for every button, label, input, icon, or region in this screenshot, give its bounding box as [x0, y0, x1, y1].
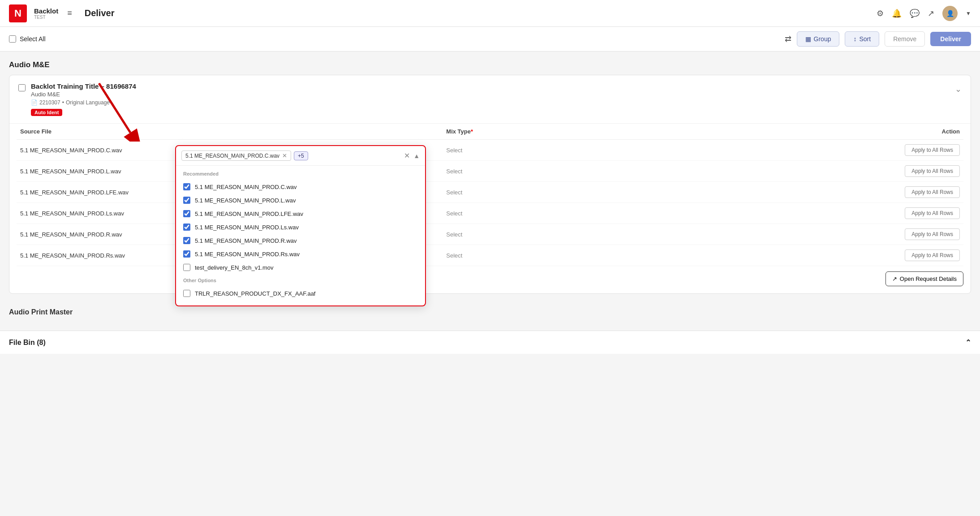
dropdown-selected-tag: 5.1 ME_REASON_MAIN_PROD.C.wav ✕ [181, 150, 291, 161]
file-bin-bar[interactable]: File Bin (8) ⌃ [0, 331, 980, 354]
dropdown-recommended-item[interactable]: 5.1 ME_REASON_MAIN_PROD.L.wav [183, 194, 418, 207]
brand-info: Backlot TEST [34, 7, 58, 20]
action-cell: Apply to All Rows [632, 245, 963, 266]
dropdown-extra-count[interactable]: +5 [294, 151, 308, 160]
dropdown-item-checkbox[interactable] [183, 290, 190, 297]
header-icons: ⚙ 🔔 💬 ↗ 👤 ▼ [877, 6, 971, 21]
file-dropdown: 5.1 ME_REASON_MAIN_PROD.C.wav ✕ +5 ✕ ▲ R… [175, 145, 426, 306]
dropdown-other-item[interactable]: TRLR_REASON_PRODUCT_DX_FX_AAF.aaf [183, 287, 418, 300]
app-header: N Backlot TEST ≡ Deliver ⚙ 🔔 💬 ↗ 👤 ▼ [0, 0, 980, 27]
dropdown-other-label: Other Options [183, 278, 418, 283]
sort-icon: ↕ [853, 35, 856, 43]
external-link-icon[interactable]: ↗ [928, 9, 934, 18]
dropdown-item-label: 5.1 ME_REASON_MAIN_PROD.C.wav [195, 184, 297, 190]
file-bin-collapse-icon[interactable]: ⌃ [965, 338, 971, 347]
select-all-checkbox[interactable] [9, 35, 16, 43]
logo-letter: N [14, 8, 21, 19]
chat-icon[interactable]: 💬 [910, 9, 920, 18]
dropdown-recommended-item[interactable]: 5.1 ME_REASON_MAIN_PROD.R.wav [183, 234, 418, 247]
main-content: Audio M&E Backlot Training Title – 81696… [0, 52, 980, 327]
table-row: 5.1 ME_REASON_MAIN_PROD.Rs.wav Select Ap… [17, 245, 963, 266]
mix-type-cell[interactable]: Select [443, 140, 632, 161]
chevron-down-icon[interactable]: ▼ [966, 10, 971, 17]
table-row: 5.1 ME_REASON_MAIN_PROD.Ls.wav Select Ap… [17, 203, 963, 224]
open-request-container: ↗ Open Request Details [17, 271, 963, 286]
dropdown-item-checkbox[interactable] [183, 183, 190, 190]
select-all-label: Select All [20, 35, 46, 43]
table-container: Source File Mix Type* Action 5.1 ME_REAS… [9, 124, 971, 293]
apply-all-rows-button[interactable]: Apply to All Rows [905, 165, 960, 177]
card-subtitle: Audio M&E [31, 91, 962, 98]
hamburger-icon[interactable]: ≡ [65, 7, 74, 20]
open-request-button[interactable]: ↗ Open Request Details [885, 271, 963, 286]
card-body: Source File Mix Type* Action 5.1 ME_REAS… [9, 124, 971, 293]
audio-me-card: Backlot Training Title – 81696874 Audio … [9, 75, 971, 294]
card-meta-id: 2210307 [39, 99, 60, 106]
dropdown-recommended-list: 5.1 ME_REASON_MAIN_PROD.C.wav 5.1 ME_REA… [183, 180, 418, 274]
card-meta-sep: • [62, 99, 64, 106]
dropdown-item-checkbox[interactable] [183, 264, 190, 271]
action-cell: Apply to All Rows [632, 203, 963, 224]
dropdown-tag-remove[interactable]: ✕ [282, 152, 287, 159]
action-cell: Apply to All Rows [632, 161, 963, 182]
mix-type-cell[interactable]: Select [443, 161, 632, 182]
deliver-button[interactable]: Deliver [930, 32, 971, 46]
dropdown-recommended-item[interactable]: 5.1 ME_REASON_MAIN_PROD.Ls.wav [183, 220, 418, 234]
dropdown-item-checkbox[interactable] [183, 210, 190, 217]
group-button[interactable]: ▦ Group [797, 31, 840, 47]
dropdown-recommended-item[interactable]: test_delivery_EN_8ch_v1.mov [183, 261, 418, 274]
mix-type-cell[interactable]: Select [443, 203, 632, 224]
apply-all-rows-button[interactable]: Apply to All Rows [905, 228, 960, 240]
dropdown-item-checkbox[interactable] [183, 250, 190, 258]
mix-type-cell[interactable]: Select [443, 182, 632, 203]
mix-type-cell[interactable]: Select [443, 245, 632, 266]
dropdown-recommended-item[interactable]: 5.1 ME_REASON_MAIN_PROD.Rs.wav [183, 247, 418, 261]
card-title: Backlot Training Title – 81696874 [31, 82, 962, 90]
external-icon: ↗ [892, 275, 897, 282]
toolbar: Select All ⇄ ▦ Group ↕ Sort Remove Deliv… [0, 27, 980, 52]
dropdown-item-checkbox[interactable] [183, 237, 190, 244]
dropdown-item-label: 5.1 ME_REASON_MAIN_PROD.Ls.wav [195, 224, 299, 231]
netflix-logo: N [9, 4, 27, 22]
action-cell: Apply to All Rows [632, 182, 963, 203]
notifications-icon[interactable]: 🔔 [892, 9, 902, 18]
col-header-source: Source File [17, 124, 443, 140]
dropdown-item-checkbox[interactable] [183, 224, 190, 231]
card-meta: 📄 2210307 • Original Language [31, 99, 962, 106]
dropdown-recommended-item[interactable]: 5.1 ME_REASON_MAIN_PROD.LFE.wav [183, 207, 418, 220]
dropdown-collapse-icon[interactable]: ▲ [413, 152, 420, 159]
dropdown-item-label: 5.1 ME_REASON_MAIN_PROD.LFE.wav [195, 211, 303, 217]
page-title: Deliver [85, 8, 115, 18]
card-collapse-icon[interactable]: ⌄ [955, 84, 962, 94]
action-cell: Apply to All Rows [632, 140, 963, 161]
card-checkbox[interactable] [18, 84, 26, 91]
brand-sub: TEST [34, 15, 58, 20]
apply-all-rows-button[interactable]: Apply to All Rows [905, 249, 960, 261]
apply-all-rows-button[interactable]: Apply to All Rows [905, 144, 960, 156]
action-cell: Apply to All Rows [632, 224, 963, 245]
dropdown-other-list: TRLR_REASON_PRODUCT_DX_FX_AAF.aaf [183, 287, 418, 300]
dropdown-item-label: 5.1 ME_REASON_MAIN_PROD.L.wav [195, 197, 296, 204]
table-row: 5.1 ME_REASON_MAIN_PROD.L.wav Select App… [17, 161, 963, 182]
table-row: 5.1 ME_REASON_MAIN_PROD.C.wav Select App… [17, 140, 963, 161]
open-request-label: Open Request Details [900, 275, 957, 282]
dropdown-item-checkbox[interactable] [183, 197, 190, 204]
remove-button[interactable]: Remove [885, 31, 925, 47]
apply-all-rows-button[interactable]: Apply to All Rows [905, 207, 960, 219]
dropdown-item-label: 5.1 ME_REASON_MAIN_PROD.Rs.wav [195, 251, 300, 258]
dropdown-body: Recommended 5.1 ME_REASON_MAIN_PROD.C.wa… [176, 166, 425, 305]
filter-icon[interactable]: ⇄ [785, 34, 791, 44]
dropdown-recommended-label: Recommended [183, 171, 418, 176]
source-files-table: Source File Mix Type* Action 5.1 ME_REAS… [17, 124, 963, 266]
mix-type-cell[interactable]: Select [443, 224, 632, 245]
sort-button[interactable]: ↕ Sort [845, 31, 879, 47]
settings-icon[interactable]: ⚙ [877, 9, 884, 18]
brand-name: Backlot [34, 7, 58, 15]
card-header-info: Backlot Training Title – 81696874 Audio … [31, 82, 962, 116]
dropdown-recommended-item[interactable]: 5.1 ME_REASON_MAIN_PROD.C.wav [183, 180, 418, 194]
dropdown-clear-icon[interactable]: ✕ [404, 151, 410, 160]
avatar[interactable]: 👤 [942, 6, 958, 21]
file-bin-label: File Bin (8) [9, 339, 46, 347]
apply-all-rows-button[interactable]: Apply to All Rows [905, 186, 960, 198]
audio-me-section-title: Audio M&E [9, 60, 971, 69]
